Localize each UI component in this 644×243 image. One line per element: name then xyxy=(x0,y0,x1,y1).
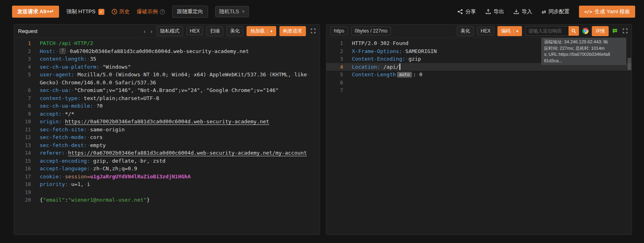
code-line[interactable]: 5user-agent:·Mozilla/5.0·(Windows·NT·10.… xyxy=(14,71,320,86)
line-number: 3 xyxy=(14,55,40,63)
search-button[interactable] xyxy=(569,26,579,36)
import-label: 导入 xyxy=(522,8,532,15)
history-button[interactable]: 历史 xyxy=(112,8,130,15)
code-line[interactable]: 20{"email":"wiener1@normal-user.net"} xyxy=(14,196,320,204)
line-number: 10 xyxy=(14,118,40,126)
line-content: Host:·?·0a67002b0346efa881d3ca0d00c6004d… xyxy=(40,47,320,55)
search-input[interactable] xyxy=(525,26,569,36)
import-button[interactable]: 导入 xyxy=(514,8,532,15)
code-line[interactable]: 12sec-fetch-mode:·cors xyxy=(14,133,320,141)
line-number: 19 xyxy=(14,188,40,196)
line-number: 6 xyxy=(14,86,40,94)
clock-icon xyxy=(112,9,117,14)
export-button[interactable]: 导出 xyxy=(485,8,504,15)
prev-request-button[interactable]: ‹ xyxy=(143,28,147,35)
inline-widget-badge[interactable]: auto xyxy=(397,72,412,78)
line-number: 15 xyxy=(14,157,40,165)
sync-config-button[interactable]: ⇄ 同步配置 xyxy=(542,8,569,15)
code-line[interactable]: 14referer:·https://0a67002b0346efa881d3c… xyxy=(14,149,320,157)
line-content: user-agent:·Mozilla/5.0·(Windows·NT·10.0… xyxy=(40,71,320,86)
build-request-button[interactable]: 构造请求 xyxy=(279,26,306,36)
line-number: 7 xyxy=(326,86,352,94)
inline-widget-badge[interactable]: ? xyxy=(59,48,66,54)
force-https-checkbox[interactable]: 强制 HTTPS ✓ xyxy=(66,8,104,15)
code-line[interactable]: 8sec-ch-ua-mobile:·?0 xyxy=(14,102,320,110)
fullscreen-icon[interactable] xyxy=(311,29,316,33)
response-hex-button[interactable]: HEX xyxy=(477,27,494,35)
code-line[interactable]: 15accept-encoding:·gzip,·deflate,·br,·zs… xyxy=(14,157,320,165)
line-number: 17 xyxy=(14,173,40,181)
code-line[interactable]: 6 xyxy=(326,79,632,87)
code-line[interactable]: 5Content-Lengthauto:·0 xyxy=(326,71,632,79)
chevron-down-icon[interactable]: ▾ xyxy=(514,29,518,33)
line-content: sec-ch-ua:·"Chromium";v="146",·"Not-A.Br… xyxy=(40,86,320,94)
hot-reload-button[interactable]: 热加载 ▾ xyxy=(247,26,276,36)
code-line[interactable]: 3content-length:·35 xyxy=(14,55,320,63)
protocol-tag[interactable]: https xyxy=(330,27,348,35)
code-line[interactable]: 2Host:·?·0a67002b0346efa881d3ca0d00c6004… xyxy=(14,47,320,55)
tooltip-line: 应时间: 227ms; 总耗时: 1014m xyxy=(544,45,624,52)
sync-icon: ⇄ xyxy=(542,9,546,15)
line-number: 11 xyxy=(14,126,40,134)
chrome-browser-icon[interactable] xyxy=(582,28,589,34)
request-panel-header: Request ‹ › 隐私模式 HEX 扫描 美化 热加载 ▾ 构造请求 xyxy=(14,25,320,38)
code-line[interactable]: 13sec-fetch-dest:·empty xyxy=(14,141,320,149)
line-content: sec-ch-ua-platform:·"Windows" xyxy=(40,63,320,71)
share-label: 分享 xyxy=(465,8,476,15)
hex-button[interactable]: HEX xyxy=(186,27,204,35)
follow-redirect-button[interactable]: 跟随重定向 xyxy=(172,6,208,18)
feedback-chat-icon[interactable] xyxy=(612,28,618,34)
code-line[interactable]: 11sec-fetch-site:·same-origin xyxy=(14,126,320,134)
code-line[interactable]: 4sec-ch-ua-platform:·"Windows" xyxy=(14,63,320,71)
line-number: 18 xyxy=(14,180,40,188)
fullscreen-icon[interactable] xyxy=(623,29,628,33)
line-content: Content-Lengthauto:·0 xyxy=(352,71,632,79)
response-panel-header: https 0bytes / 227ms 美化 HEX 编码 ▾ xyxy=(326,25,632,38)
hot-reload-label: 热加载 xyxy=(250,28,265,35)
code-line[interactable]: 6sec-ch-ua:·"Chromium";v="146",·"Not-A.B… xyxy=(14,86,320,94)
line-content: referer:·https://0a67002b0346efa881d3ca0… xyxy=(40,149,320,157)
code-line[interactable]: 16accept-language:·zh-CN,zh;q=0.9 xyxy=(14,165,320,173)
code-line[interactable]: 9accept:·*/* xyxy=(14,110,320,118)
size-time-tag: 0bytes / 227ms xyxy=(351,27,391,35)
line-content: accept-encoding:·gzip,·deflate,·br,·zstd xyxy=(40,157,320,165)
top-toolbar: 发送请求 Alt+↵ 强制 HTTPS ✓ 历史 爆破示例 ? 跟随重定向 随机… xyxy=(0,0,644,23)
scan-button[interactable]: 扫描 xyxy=(206,26,223,36)
history-label: 历史 xyxy=(119,8,130,15)
line-number: 6 xyxy=(326,79,352,87)
privacy-mode-button[interactable]: 隐私模式 xyxy=(157,26,183,36)
vertical-scrollbar[interactable] xyxy=(627,38,632,235)
next-request-button[interactable]: › xyxy=(150,28,153,35)
encode-button[interactable]: 编码 ▾ xyxy=(497,26,522,36)
request-editor[interactable]: 1PATCH·/api·HTTP/22Host:·?·0a67002b0346e… xyxy=(14,38,320,235)
line-content: {"email":"wiener1@normal-user.net"} xyxy=(40,196,320,204)
scrollbar-thumb[interactable] xyxy=(628,58,631,70)
code-line[interactable]: 17cookie:·session=u1gJaRrgUYdVN4lRuZioBi… xyxy=(14,173,320,181)
request-panel: Request ‹ › 隐私模式 HEX 扫描 美化 热加载 ▾ 构造请求 1P xyxy=(14,24,320,235)
export-icon xyxy=(485,9,491,14)
line-number: 3 xyxy=(326,55,352,63)
response-beautify-button[interactable]: 美化 xyxy=(457,26,474,36)
code-line[interactable]: 18priority:·u=1,·i xyxy=(14,180,320,188)
code-line[interactable]: 1PATCH·/api·HTTP/2 xyxy=(14,39,320,47)
code-line[interactable]: 7 xyxy=(326,86,632,94)
help-icon[interactable]: ? xyxy=(160,9,165,14)
line-number: 1 xyxy=(14,39,40,47)
beautify-button[interactable]: 美化 xyxy=(226,26,243,36)
force-https-label: 强制 HTTPS xyxy=(66,8,95,15)
remove-tag-icon[interactable]: × xyxy=(242,9,245,14)
code-line[interactable]: 7content-type:·text/plain;charset=UTF-8 xyxy=(14,94,320,102)
checkbox-checked-icon[interactable]: ✓ xyxy=(98,9,104,15)
random-tls-tag[interactable]: 随机TLS × xyxy=(215,6,249,17)
http-fuzzer-window: 发送请求 Alt+↵ 强制 HTTPS ✓ 历史 爆破示例 ? 跟随重定向 随机… xyxy=(0,0,644,243)
detail-button[interactable]: 详情 xyxy=(592,26,609,36)
chevron-down-icon[interactable]: ▾ xyxy=(267,29,272,33)
code-line[interactable]: 19 xyxy=(14,188,320,196)
response-editor[interactable]: 远端地址: 34.246.129.62:443; 响应时间: 227ms; 总耗… xyxy=(326,38,632,235)
code-line[interactable]: 10origin:·https://0a67002b0346efa881d3ca… xyxy=(14,118,320,126)
generate-yaml-button[interactable]: </> 生成 Yaml 模板 xyxy=(579,6,635,18)
share-button[interactable]: 分享 xyxy=(457,8,476,15)
blast-example-link[interactable]: 爆破示例 ? xyxy=(137,8,165,15)
code-icon: </> xyxy=(584,9,592,14)
send-request-button[interactable]: 发送请求 Alt+↵ xyxy=(12,6,59,18)
